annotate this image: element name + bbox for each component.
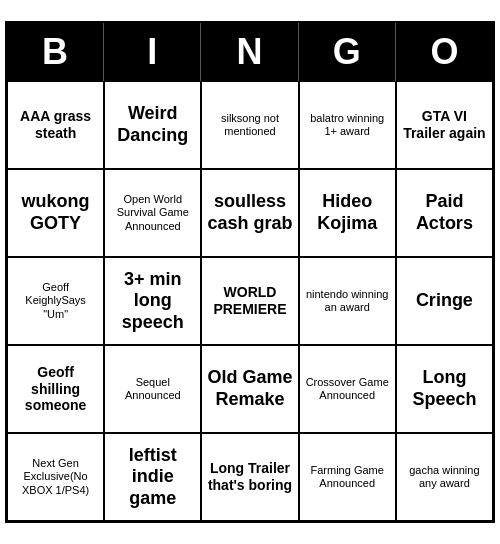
bingo-card: B I N G O AAA grass steathWeird Dancings… [5,21,495,523]
bingo-cell-14[interactable]: Cringe [396,257,493,345]
bingo-cell-8[interactable]: Hideo Kojima [299,169,396,257]
bingo-cell-6[interactable]: Open World Survival Game Announced [104,169,201,257]
bingo-cell-1[interactable]: Weird Dancing [104,81,201,169]
bingo-cell-16[interactable]: Sequel Announced [104,345,201,433]
header-i: I [104,23,201,81]
bingo-cell-22[interactable]: Long Trailer that's boring [201,433,298,521]
bingo-cell-23[interactable]: Farming Game Announced [299,433,396,521]
bingo-cell-11[interactable]: 3+ min long speech [104,257,201,345]
header-b: B [7,23,104,81]
bingo-cell-21[interactable]: leftist indie game [104,433,201,521]
bingo-cell-18[interactable]: Crossover Game Announced [299,345,396,433]
bingo-cell-7[interactable]: soulless cash grab [201,169,298,257]
bingo-cell-13[interactable]: nintendo winning an award [299,257,396,345]
bingo-cell-20[interactable]: Next Gen Exclusive(No XBOX 1/PS4) [7,433,104,521]
bingo-grid: AAA grass steathWeird Dancingsilksong no… [7,81,493,521]
header-o: O [396,23,493,81]
header-g: G [299,23,396,81]
bingo-cell-9[interactable]: Paid Actors [396,169,493,257]
bingo-header: B I N G O [7,23,493,81]
bingo-cell-0[interactable]: AAA grass steath [7,81,104,169]
bingo-cell-17[interactable]: Old Game Remake [201,345,298,433]
header-n: N [201,23,298,81]
bingo-cell-4[interactable]: GTA VI Trailer again [396,81,493,169]
bingo-cell-10[interactable]: Geoff KeighlySays "Um" [7,257,104,345]
bingo-cell-12[interactable]: WORLD PREMIERE [201,257,298,345]
bingo-cell-15[interactable]: Geoff shilling someone [7,345,104,433]
bingo-cell-19[interactable]: Long Speech [396,345,493,433]
bingo-cell-24[interactable]: gacha winning any award [396,433,493,521]
bingo-cell-5[interactable]: wukong GOTY [7,169,104,257]
bingo-cell-3[interactable]: balatro winning 1+ award [299,81,396,169]
bingo-cell-2[interactable]: silksong not mentioned [201,81,298,169]
